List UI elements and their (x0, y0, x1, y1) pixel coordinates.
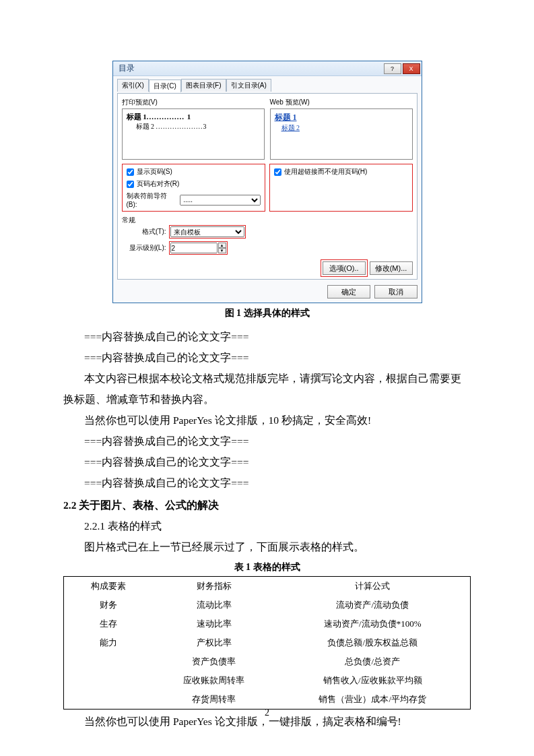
web-preview-h2: 标题 2 (275, 123, 408, 133)
table-cell: 销售收入/应收账款平均额 (275, 671, 471, 690)
table-row: 资产负债率 总负债/总资产 (64, 652, 471, 671)
table-cell: 应收账款周转率 (153, 671, 275, 690)
hyperlink-label: 使用超链接而不使用页码(H) (284, 167, 368, 177)
leader-select[interactable]: ..... (180, 195, 260, 206)
table-1-caption: 表 1 表格的样式 (63, 561, 471, 573)
show-pagenum-checkbox[interactable] (127, 168, 134, 176)
table-cell: 生存 (64, 615, 154, 633)
table-cell: 存货周转率 (153, 690, 275, 710)
tab-toc[interactable]: 目录(C) (149, 80, 181, 92)
paragraph: 当然你也可以使用 PaperYes 论文排版，10 秒搞定，安全高效! (63, 410, 471, 431)
heading-2-2: 2.2 关于图片、表格、公式的解决 (63, 495, 471, 515)
modify-button[interactable]: 修改(M)... (370, 261, 413, 275)
table-cell: 总负债/总资产 (275, 652, 471, 671)
web-preview-h1: 标题 1 (275, 112, 408, 123)
cancel-button[interactable]: 取消 (374, 285, 418, 298)
paragraph: ===内容替换成自己的论文文字=== (63, 326, 471, 347)
table-cell: 流动资产/流动负债 (275, 596, 471, 615)
heading-2-2-1: 2.2.1 表格的样式 (63, 515, 471, 536)
table-cell: 负债总额/股东权益总额 (275, 633, 471, 652)
table-cell: 财务 (64, 596, 154, 615)
leader-label: 制表符前导符(B): (127, 191, 178, 208)
dialog-tabs: 索引(X) 目录(C) 图表目录(F) 引文目录(A) (117, 79, 418, 92)
tab-citations[interactable]: 引文目录(A) (226, 79, 271, 92)
table-cell: 速动比率 (153, 615, 275, 633)
table-row: 能力 产权比率 负债总额/股东权益总额 (64, 633, 471, 652)
table-header-cell: 财务指标 (153, 577, 275, 596)
close-button[interactable]: X (403, 63, 420, 74)
preview-h1-page: 1 (187, 113, 191, 121)
tab-index[interactable]: 索引(X) (117, 79, 149, 92)
web-preview: 标题 1 标题 2 (270, 108, 413, 160)
table-cell: 速动资产/流动负债*100% (275, 615, 471, 633)
table-cell: 资产负债率 (153, 652, 275, 671)
paragraph: ===内容替换成自己的论文文字=== (63, 472, 471, 493)
table-cell (64, 671, 154, 690)
paragraph: ===内容替换成自己的论文文字=== (63, 451, 471, 472)
table-cell: 销售（营业）成本/平均存货 (275, 690, 471, 710)
show-pagenum-label: 显示页码(S) (137, 167, 172, 177)
print-preview: 标题 1............... 1 标题 2 .............… (122, 108, 265, 160)
table-header-cell: 构成要素 (64, 577, 154, 596)
format-select[interactable]: 来自模板 (170, 226, 244, 237)
paragraph: ===内容替换成自己的论文文字=== (63, 431, 471, 451)
table-1: 构成要素 财务指标 计算公式 财务 流动比率 流动资产/流动负债 生存 速动比率… (63, 576, 471, 710)
paragraph: 本文内容已根据本校论文格式规范排版完毕，请撰写论文内容，根据自己需要更换标题、增… (63, 368, 471, 410)
paragraph-table-intro: 图片格式已在上一节已经展示过了，下面展示表格的样式。 (63, 536, 471, 557)
page-number: 2 (0, 707, 534, 718)
paragraph: ===内容替换成自己的论文文字=== (63, 347, 471, 368)
toc-dialog: 目录 ? X 索引(X) 目录(C) 图表目录(F) 引文目录(A) 打印预览(… (112, 61, 422, 303)
levels-spinner[interactable]: ▲▼ (218, 243, 226, 253)
table-cell (64, 652, 154, 671)
table-header-cell: 计算公式 (275, 577, 471, 596)
table-cell: 产权比率 (153, 633, 275, 652)
table-cell (64, 690, 154, 710)
dialog-title: 目录 (119, 63, 135, 74)
preview-h2: 标题 2 (136, 123, 155, 130)
table-row: 存货周转率 销售（营业）成本/平均存货 (64, 690, 471, 710)
ok-button[interactable]: 确定 (327, 285, 370, 298)
table-cell: 流动比率 (153, 596, 275, 615)
levels-input[interactable] (170, 243, 218, 253)
web-preview-label: Web 预览(W) (270, 98, 413, 107)
levels-label: 显示级别(L): (122, 243, 166, 253)
table-header-row: 构成要素 财务指标 计算公式 (64, 577, 471, 596)
options-button[interactable]: 选项(O).. (323, 261, 366, 275)
figure-1-caption: 图 1 选择具体的样式 (63, 307, 471, 319)
general-label: 常规 (122, 216, 413, 225)
preview-h1: 标题 1 (127, 113, 147, 121)
table-row: 财务 流动比率 流动资产/流动负债 (64, 596, 471, 615)
hyperlink-checkbox[interactable] (274, 168, 281, 176)
tab-figures[interactable]: 图表目录(F) (181, 79, 226, 92)
right-align-label: 页码右对齐(R) (137, 179, 180, 189)
right-align-checkbox[interactable] (127, 181, 134, 188)
print-preview-label: 打印预览(V) (122, 98, 265, 107)
preview-h2-page: 3 (203, 123, 207, 130)
format-label: 格式(T): (122, 227, 166, 237)
help-button[interactable]: ? (384, 63, 401, 74)
dialog-titlebar: 目录 ? X (113, 61, 422, 76)
table-cell: 能力 (64, 633, 154, 652)
table-row: 应收账款周转率 销售收入/应收账款平均额 (64, 671, 471, 690)
right-options-box: 使用超链接而不使用页码(H) (269, 164, 413, 212)
table-row: 生存 速动比率 速动资产/流动负债*100% (64, 615, 471, 633)
left-options-box: 显示页码(S) 页码右对齐(R) 制表符前导符(B): ..... (122, 164, 265, 212)
